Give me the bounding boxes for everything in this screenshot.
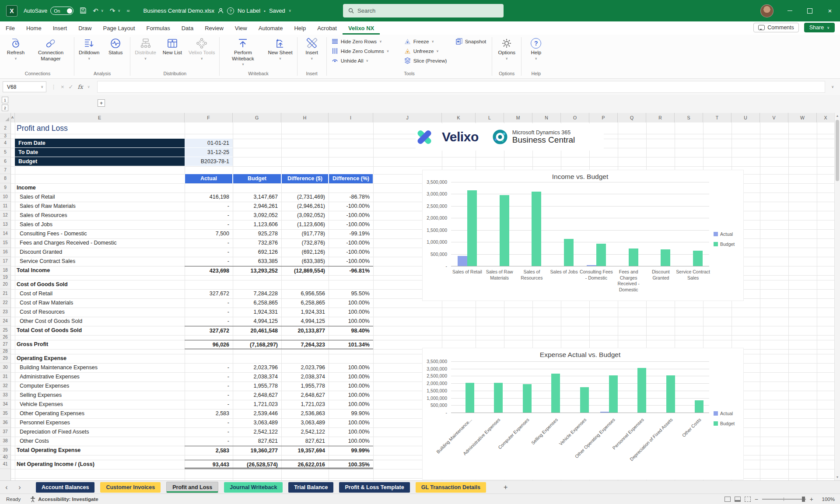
- cell-value[interactable]: 100.00%: [329, 317, 373, 326]
- cell-value[interactable]: -99.19%: [329, 229, 373, 238]
- column-header-P[interactable]: P: [589, 113, 618, 122]
- cell-value[interactable]: 2,946,261: [233, 202, 281, 211]
- restore-button[interactable]: [800, 0, 820, 21]
- row-header-24[interactable]: 24: [0, 317, 10, 326]
- account-label[interactable]: Sales of Raw Materials: [15, 202, 185, 211]
- row-header-33[interactable]: 33: [0, 391, 10, 400]
- autosave-toggle[interactable]: On: [50, 7, 74, 15]
- row-header-13[interactable]: 13: [0, 220, 10, 229]
- cell-value[interactable]: 3,063,489: [281, 418, 329, 427]
- cell-value[interactable]: -: [185, 400, 233, 409]
- sensitivity-label[interactable]: No Label: [238, 7, 260, 14]
- row-header-5[interactable]: 5: [0, 148, 10, 157]
- cell-value[interactable]: -: [185, 308, 233, 317]
- options-menu-chevron[interactable]: ∨: [506, 56, 508, 60]
- cell-value[interactable]: 100.00%: [329, 427, 373, 437]
- outline-level-2-button[interactable]: 2: [2, 105, 8, 111]
- cell-value[interactable]: 26,622,016: [281, 460, 329, 469]
- select-all-corner[interactable]: [0, 113, 11, 122]
- cell-value[interactable]: -: [185, 317, 233, 326]
- cell-value[interactable]: 98.40%: [329, 326, 373, 335]
- zoom-slider[interactable]: [762, 499, 806, 500]
- column-header-K[interactable]: K: [442, 113, 476, 122]
- cell-value[interactable]: -: [185, 220, 233, 229]
- row-header-15[interactable]: 15: [0, 238, 10, 248]
- cell-value[interactable]: 3,063,489: [233, 418, 281, 427]
- sheet-tab-profit-and-loss[interactable]: Profit and Loss: [166, 482, 218, 493]
- cell-value[interactable]: 4,994,125: [233, 317, 281, 326]
- cell-value[interactable]: 99.99%: [329, 446, 373, 455]
- row-header-4[interactable]: 4: [0, 139, 10, 148]
- cell-value[interactable]: [329, 354, 373, 363]
- options-button[interactable]: Options ∨: [494, 36, 520, 61]
- sheet-tab-gl-transaction-details[interactable]: GL Transaction Details: [416, 482, 486, 493]
- cell-value[interactable]: 2,038,374: [281, 372, 329, 382]
- cell-value[interactable]: 101.34%: [329, 340, 373, 349]
- column-header-H[interactable]: H: [281, 113, 329, 122]
- velixo-tools-button[interactable]: Velixo Tools ∨: [186, 36, 218, 61]
- row-header-31[interactable]: 31: [0, 372, 10, 382]
- cell-value[interactable]: [185, 354, 233, 363]
- column-header-J[interactable]: J: [373, 113, 442, 122]
- ribbon-tab-home[interactable]: Home: [21, 21, 47, 35]
- cancel-formula-icon[interactable]: ×: [61, 84, 64, 90]
- cell-value[interactable]: 2,539,446: [233, 409, 281, 418]
- cell-value[interactable]: 19,360,277: [233, 446, 281, 455]
- cell-value[interactable]: 100.00%: [329, 372, 373, 382]
- account-label[interactable]: Net Operating Income / (Loss): [15, 460, 185, 469]
- row-header-11[interactable]: 11: [0, 202, 10, 211]
- cell-value[interactable]: (2,731,469): [281, 192, 329, 202]
- outline-expand-button[interactable]: +: [98, 99, 105, 107]
- customize-quick-access-icon[interactable]: ≂: [126, 9, 130, 13]
- cell-value[interactable]: -96.81%: [329, 266, 373, 275]
- column-header-V[interactable]: V: [760, 113, 788, 122]
- row-header-41[interactable]: 41: [0, 460, 10, 469]
- account-label[interactable]: Fees and Charges Received - Domestic: [15, 238, 185, 248]
- account-label[interactable]: Sales of Jobs: [15, 220, 185, 229]
- cell-value[interactable]: 925,278: [233, 229, 281, 238]
- cell-value[interactable]: 827,621: [281, 437, 329, 446]
- table-col-header-budget[interactable]: Budget: [233, 174, 281, 183]
- cell-value[interactable]: 3,147,667: [233, 192, 281, 202]
- row-header-20[interactable]: 20: [0, 280, 10, 289]
- cell-value[interactable]: -: [185, 298, 233, 308]
- cell-value[interactable]: (12,869,554): [281, 266, 329, 275]
- vertical-scroll-thumb[interactable]: [836, 120, 839, 181]
- redo-icon[interactable]: ↷: [110, 7, 116, 14]
- undo-menu-chevron[interactable]: ∨: [101, 9, 104, 13]
- row-header-23[interactable]: 23: [0, 308, 10, 317]
- ribbon-tab-automate[interactable]: Automate: [253, 21, 289, 35]
- row-header-8[interactable]: 8: [0, 174, 10, 183]
- name-box[interactable]: V68∨: [3, 81, 46, 92]
- cell-value[interactable]: [281, 183, 329, 192]
- cell-value[interactable]: 2,536,863: [281, 409, 329, 418]
- cell-value[interactable]: 633,385: [233, 257, 281, 266]
- account-label[interactable]: Total Cost of Goods Sold: [15, 326, 185, 335]
- cell-value[interactable]: 4,994,125: [281, 317, 329, 326]
- cell-value[interactable]: 423,698: [185, 266, 233, 275]
- cell-value[interactable]: 7,284,228: [233, 289, 281, 298]
- account-label[interactable]: Other Cost of Goods Sold: [15, 317, 185, 326]
- scroll-down-arrow[interactable]: ▼: [835, 474, 840, 480]
- prev-sheet-arrow[interactable]: ‹: [0, 483, 13, 491]
- page-layout-view-icon[interactable]: [735, 497, 741, 502]
- cell-value[interactable]: (3,092,052): [281, 211, 329, 220]
- cell-value[interactable]: 827,621: [233, 437, 281, 446]
- report-title-cell[interactable]: Profit and Loss: [17, 122, 68, 134]
- normal-view-icon[interactable]: [724, 497, 731, 502]
- column-header-X[interactable]: X: [817, 113, 835, 122]
- column-header-L[interactable]: L: [476, 113, 504, 122]
- save-icon[interactable]: [80, 7, 87, 15]
- cell-value[interactable]: 7,264,323: [281, 340, 329, 349]
- unhide-all-button[interactable]: Unhide All∨: [332, 57, 398, 64]
- autosave-control[interactable]: AutoSave On: [24, 7, 74, 15]
- ribbon-tab-page-layout[interactable]: Page Layout: [98, 21, 141, 35]
- column-header-G[interactable]: G: [233, 113, 281, 122]
- account-label[interactable]: Discount Granted: [15, 248, 185, 257]
- cell-value[interactable]: 2,542,122: [281, 427, 329, 437]
- cell-value[interactable]: -: [185, 427, 233, 437]
- account-label[interactable]: Consulting Fees - Domestic: [15, 229, 185, 238]
- cell-value[interactable]: 416,198: [185, 192, 233, 202]
- table-col-header-actual[interactable]: Actual: [185, 174, 233, 183]
- cell-value[interactable]: 96,026: [185, 340, 233, 349]
